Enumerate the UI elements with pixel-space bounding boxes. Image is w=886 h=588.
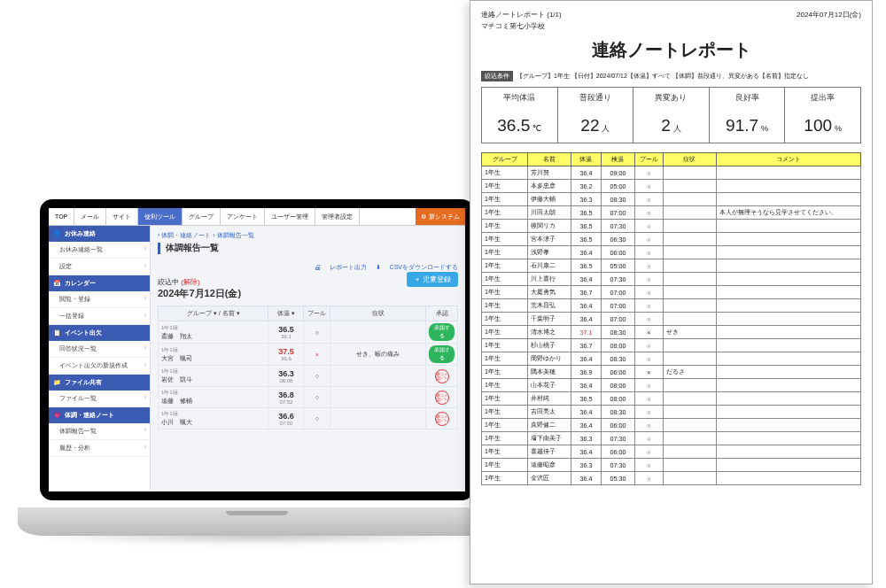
report-row: 1年生荒木昌弘36.407:00○ [482, 299, 861, 313]
sidebar-item-4-1[interactable]: 履歴・分析 [49, 440, 150, 457]
sidebar-icon: 📋 [53, 329, 61, 337]
sidebar-header-1: 📅カレンダー [49, 275, 150, 291]
report-table: グループ名前体温検温プール症状コメント 1年生芳川努36.409:00○1年生本… [481, 152, 861, 485]
sidebar-icon: 👤 [53, 230, 61, 237]
approved-stamp[interactable]: 確認コメント [435, 391, 449, 405]
report-row: 1年生遠藤昭彦36.307:30○ [482, 459, 861, 472]
rpt-col-6: コメント [716, 153, 860, 166]
nav-tab-2[interactable]: サイト [106, 208, 138, 225]
main-panel: › 体調・連絡ノート › 体調報告一覧 体調報告一覧 🖨 レポート出力 ⬇ CS… [151, 226, 465, 491]
nav-tab-7[interactable]: 管理者設定 [315, 208, 360, 225]
sidebar-item-2-0[interactable]: 回答状況一覧 [49, 341, 150, 358]
report-row: 1年生杉山桃子36.708:00○ [482, 339, 861, 352]
report-page-label: 連絡ノートレポート (1/1) [481, 10, 562, 19]
breadcrumb: › 体調・連絡ノート › 体調報告一覧 [158, 231, 458, 240]
table-row[interactable]: 1年1組岩佐 凱斗36.308:08○確認コメント [159, 366, 458, 387]
sidebar-header-2: 📋イベント出欠 [49, 325, 150, 341]
sidebar-item-2-1[interactable]: イベント出欠の新規作成 [49, 358, 150, 375]
report-title: 連絡ノートレポート [481, 38, 861, 62]
report-row: 1年生山本花子36.408:00○ [482, 379, 861, 392]
nav-tab-0[interactable]: TOP [49, 208, 74, 225]
col-group-name[interactable]: グループ ▾ / 名前 ▾ [159, 306, 268, 321]
table-row[interactable]: 1年1組大宮 颯司37.536.6×せき、喉の痛み承認する [159, 344, 458, 366]
sidebar-item-4-0[interactable]: 体調報告一覧 [49, 423, 150, 440]
report-row: 1年生本多忠彦36.205:00○ [482, 180, 861, 193]
col-approve[interactable]: 承認 [426, 306, 458, 321]
sidebar-icon: 📁 [53, 379, 61, 386]
nav-tab-3[interactable]: 便利ツール [138, 208, 183, 225]
rpt-col-3: 検温 [601, 153, 634, 166]
sidebar-item-0-0[interactable]: お休み連絡一覧 [49, 242, 150, 259]
approved-stamp[interactable]: 確認コメント [435, 412, 449, 426]
sidebar-header-3: 📁ファイル共有 [49, 375, 150, 391]
filter-label: 絞込中 (解除) [158, 278, 200, 286]
nav-tab-1[interactable]: メール [74, 208, 106, 225]
add-child-button[interactable]: ＋ 児童登録 [407, 272, 458, 287]
report-row: 1年生大庭勇気36.707:00○ [482, 286, 861, 299]
sidebar-icon: 📅 [53, 280, 61, 287]
nav-tab-5[interactable]: アンケート [221, 208, 265, 225]
report-row: 1年生浅野孝36.406:00○ [482, 246, 861, 259]
rpt-col-0: グループ [482, 153, 528, 166]
col-pool[interactable]: プール [304, 306, 330, 321]
top-nav: TOPメールサイト便利ツールグループアンケートユーザー管理管理者設定 ⚙ 新シス… [49, 208, 465, 226]
report-row: 1年生川上喜行36.407:30○ [482, 273, 861, 286]
report-row: 1年生伊藤大輔36.308:30○ [482, 193, 861, 206]
sidebar-item-3-0[interactable]: ファイル一覧 [49, 391, 150, 407]
health-table: グループ ▾ / 名前 ▾ 体温 ▾ プール 症状 承認 1年1組斎藤 翔太36… [158, 306, 458, 429]
rpt-col-1: 名前 [528, 153, 571, 166]
report-paper: 連絡ノートレポート (1/1) 2024年07月12日(金) マチコミ第七小学校… [470, 0, 873, 584]
rpt-col-4: プール [634, 153, 663, 166]
stat-cell-1: 普段通り22人 [558, 88, 634, 143]
sidebar-icon: 💗 [53, 412, 61, 419]
report-row: 1年生宮本涼子36.506:30○ [482, 233, 861, 246]
col-temp[interactable]: 体温 ▾ [268, 306, 304, 321]
stat-cell-0: 平均体温36.5℃ [482, 88, 558, 143]
page-title: 体調報告一覧 [158, 243, 458, 254]
csv-download-link[interactable]: ⬇ CSVをダウンロードする [376, 264, 458, 270]
sidebar-item-1-0[interactable]: 閲覧・登録 [49, 291, 150, 308]
report-row: 1年生後関リカ36.507:30○ [482, 220, 861, 233]
nav-tab-4[interactable]: グループ [183, 208, 221, 225]
report-row: 1年生金沢匠36.405:30○ [482, 472, 861, 485]
stat-cell-3: 良好率91.7% [710, 88, 786, 143]
sidebar-header-4: 💗体調・連絡ノート [49, 407, 150, 423]
rpt-col-2: 体温 [571, 153, 601, 166]
cond-tag: 絞込条件 [481, 71, 513, 81]
app-window: TOPメールサイト便利ツールグループアンケートユーザー管理管理者設定 ⚙ 新シス… [49, 208, 465, 491]
report-row: 1年生喜越佳子36.406:00○ [482, 445, 861, 459]
rpt-col-5: 症状 [663, 153, 716, 166]
table-row[interactable]: 1年1組小川 颯大36.607:50○確認コメント [159, 408, 458, 429]
new-system-button[interactable]: ⚙ 新システム [416, 208, 465, 225]
sidebar-item-1-1[interactable]: 一括登録 [49, 308, 150, 325]
sidebar-header-0: 👤お休み連絡 [49, 226, 150, 242]
report-row: 1年生岡野ゆかり36.408:30○ [482, 352, 861, 366]
laptop-screen: TOPメールサイト便利ツールグループアンケートユーザー管理管理者設定 ⚙ 新シス… [40, 199, 474, 500]
stat-cell-2: 異変あり2人 [633, 88, 710, 143]
report-row: 1年生真野健二36.406:00○ [482, 419, 861, 432]
filter-date: 2024年7月12日(金) [158, 287, 458, 300]
stat-cell-4: 提出率100% [785, 88, 860, 143]
table-row[interactable]: 1年1組斎藤 翔太36.536.1○承認する [159, 321, 458, 344]
col-symptom[interactable]: 症状 [330, 306, 426, 321]
gear-icon: ⚙ [421, 213, 426, 220]
report-output-link[interactable]: 🖨 レポート出力 [315, 264, 367, 270]
laptop-base [18, 507, 496, 536]
filter-conditions: 絞込条件 【グループ】1年生 【日付】2024/07/12【体温】すべて 【体調… [481, 71, 861, 81]
report-row: 1年生石川康二36.505:00○ [482, 259, 861, 273]
laptop-mockup: TOPメールサイト便利ツールグループアンケートユーザー管理管理者設定 ⚙ 新シス… [18, 199, 496, 536]
report-header: 連絡ノートレポート (1/1) 2024年07月12日(金) [481, 10, 861, 19]
report-date: 2024年07月12日(金) [797, 10, 861, 19]
new-system-label: 新システム [429, 213, 460, 221]
table-row[interactable]: 1年1組遠藤 修輔36.807:52○確認コメント [159, 387, 458, 408]
filter-row: 絞込中 (解除) ＋ 児童登録 2024年7月12日(金) [158, 277, 458, 300]
cond-text: 【グループ】1年生 【日付】2024/07/12【体温】すべて 【体調】普段通り… [517, 72, 809, 81]
approve-button[interactable]: 承認する [429, 345, 455, 363]
filter-clear-link[interactable]: (解除) [181, 278, 199, 286]
approved-stamp[interactable]: 確認コメント [435, 369, 449, 383]
nav-tab-6[interactable]: ユーザー管理 [265, 208, 315, 225]
approve-button[interactable]: 承認する [429, 323, 455, 341]
summary-stats: 平均体温36.5℃普段通り22人異変あり2人良好率91.7%提出率100% [481, 87, 861, 143]
sidebar-item-0-1[interactable]: 設定 [49, 259, 150, 275]
report-row: 1年生川田太朗36.507:00○本人が無理そうなら見学させてください。 [482, 206, 861, 220]
